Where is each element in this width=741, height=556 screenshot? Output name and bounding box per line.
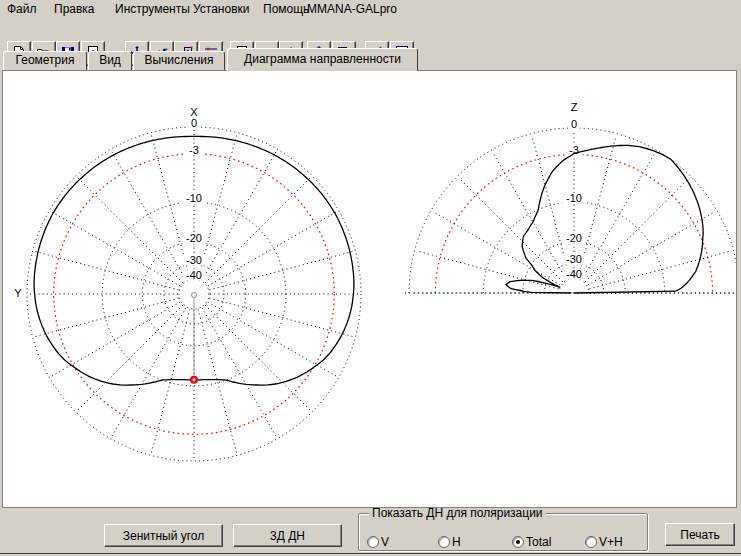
radio-polarization-v[interactable]	[367, 536, 379, 548]
azimuth-axis-top-label: X	[190, 106, 198, 118]
azimuth-pattern-chart[interactable]: 0-3-10-20-30-40XY	[14, 106, 361, 461]
pattern-charts[interactable]: 0-3-10-20-30-40XY0-3-10-20-30-40Z	[3, 71, 736, 507]
tab-view[interactable]: Вид	[88, 51, 132, 70]
menu-item-help[interactable]: Помощь	[263, 2, 309, 16]
radio-label-total[interactable]: Total	[526, 535, 551, 549]
tab-calculations[interactable]: Вычисления	[133, 51, 225, 70]
svg-text:-30: -30	[566, 253, 582, 265]
menu-item-setup[interactable]: Установки	[193, 2, 249, 16]
svg-text:-30: -30	[186, 254, 202, 266]
radio-polarization-vh[interactable]	[585, 536, 597, 548]
radio-label-v[interactable]: V	[381, 535, 389, 549]
menu-item-edit[interactable]: Правка	[54, 2, 95, 16]
svg-text:-3: -3	[189, 144, 199, 156]
radio-label-h[interactable]: H	[452, 535, 461, 549]
menu-item-tools[interactable]: Инструменты	[115, 2, 190, 16]
radio-label-vh[interactable]: V+H	[599, 535, 623, 549]
polarization-groupbox: Показать ДН для поляризации V H Total V+…	[358, 513, 648, 551]
print-button[interactable]: Печать	[665, 523, 735, 546]
azimuth-axis-left-label: Y	[14, 287, 22, 299]
window-bottom-border	[0, 553, 741, 554]
azimuth-cursor-marker[interactable]	[191, 377, 197, 383]
svg-text:0: 0	[571, 118, 577, 130]
toolbar: i ↺	[0, 19, 741, 49]
plot-center-marker	[192, 293, 197, 298]
pattern-page: 0-3-10-20-30-40XY0-3-10-20-30-40Z	[2, 70, 737, 508]
menu-bar: Файл Правка Инструменты Установки Помощь…	[0, 0, 741, 19]
svg-text:-10: -10	[566, 192, 582, 204]
pattern-3d-button[interactable]: 3Д ДН	[233, 524, 342, 547]
svg-text:-10: -10	[186, 192, 202, 204]
polarization-group-label: Показать ДН для поляризации	[369, 506, 546, 520]
elevation-pattern-chart[interactable]: 0-3-10-20-30-40Z	[405, 101, 736, 293]
svg-text:-3: -3	[569, 144, 579, 156]
svg-text:-20: -20	[566, 232, 582, 244]
menu-item-mmana-galpro[interactable]: MMANA-GALpro	[307, 2, 397, 16]
tab-pattern[interactable]: Диаграмма направленности	[227, 48, 418, 71]
elevation-axis-top-label: Z	[571, 101, 578, 113]
menu-item-file[interactable]: Файл	[7, 2, 37, 16]
svg-text:-40: -40	[566, 268, 582, 280]
svg-text:0: 0	[191, 117, 197, 129]
svg-text:-40: -40	[186, 269, 202, 281]
zenith-angle-button[interactable]: Зенитный угол	[104, 524, 223, 547]
elevation-pattern-curve	[506, 145, 703, 293]
radio-polarization-h[interactable]	[438, 536, 450, 548]
tab-geometry[interactable]: Геометрия	[3, 51, 87, 70]
radio-polarization-total[interactable]	[512, 536, 524, 548]
svg-text:-20: -20	[186, 232, 202, 244]
